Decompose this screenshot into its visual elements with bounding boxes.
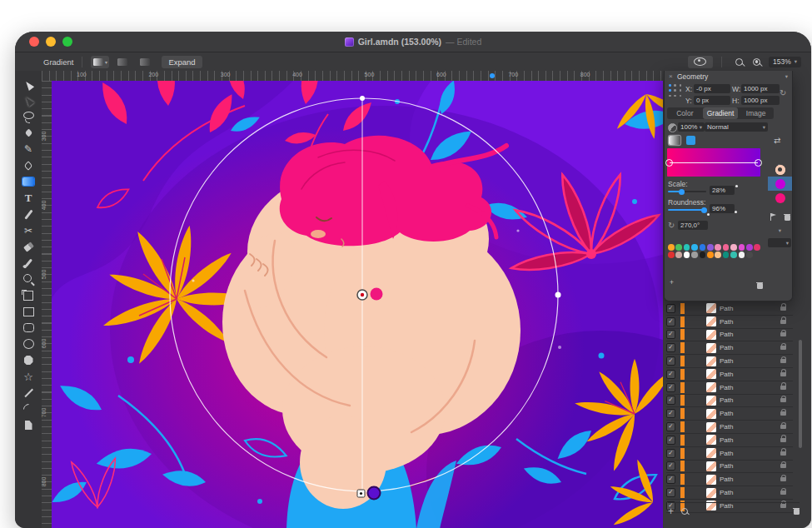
lock-icon[interactable] (780, 306, 786, 311)
link-dimensions-icon[interactable]: ↻ (780, 88, 786, 97)
swap-fill-stroke-icon[interactable]: ⇄ (774, 136, 780, 145)
gradient-stop-item[interactable] (768, 191, 792, 205)
lock-icon[interactable] (780, 372, 786, 376)
layer-row[interactable]: Path (666, 395, 793, 408)
search-layers-icon[interactable] (681, 508, 688, 515)
angle-gradient-button[interactable] (136, 56, 154, 68)
anchor-point-selector[interactable] (669, 84, 682, 97)
layer-visibility-checkbox[interactable] (666, 330, 675, 339)
radial-gradient-button[interactable] (113, 56, 132, 68)
gradient-editor[interactable] (667, 148, 760, 177)
eraser-tool[interactable] (18, 239, 38, 254)
close-panel-button[interactable]: × (669, 72, 673, 80)
color-swatch[interactable] (739, 244, 745, 251)
blend-mode-select[interactable]: Normal ▾ (705, 122, 768, 132)
lock-icon[interactable] (780, 438, 786, 442)
traffic-light-button[interactable] (62, 37, 72, 47)
stroke-swatch[interactable] (686, 136, 695, 145)
lock-icon[interactable] (780, 332, 786, 336)
artboard-tool[interactable] (18, 418, 38, 433)
zoom-in-button[interactable] (753, 58, 760, 66)
color-swatch[interactable] (715, 244, 721, 251)
layer-visibility-checkbox[interactable] (666, 422, 675, 431)
expand-button[interactable]: Expand (162, 56, 202, 68)
eyedropper-tool[interactable] (18, 256, 38, 271)
color-swatch[interactable] (746, 244, 753, 251)
add-layer-button[interactable]: + (668, 506, 674, 516)
layer-row[interactable]: Path (666, 368, 793, 381)
h-input[interactable]: 1000 px (741, 96, 780, 105)
layer-visibility-checkbox[interactable] (666, 488, 675, 497)
brush-tool[interactable] (18, 207, 38, 222)
color-swatch[interactable] (707, 244, 714, 251)
layer-row[interactable]: Path (666, 421, 793, 434)
linear-gradient-button[interactable]: ▾ (91, 56, 109, 68)
lock-icon[interactable] (780, 464, 786, 468)
color-swatch[interactable] (723, 252, 730, 258)
lock-icon[interactable] (780, 491, 786, 495)
layer-visibility-checkbox[interactable] (666, 449, 675, 458)
scale-input[interactable]: 28% (710, 186, 735, 195)
reverse-gradient-icon[interactable] (770, 213, 777, 221)
layer-visibility-checkbox[interactable] (666, 396, 675, 405)
lock-icon[interactable] (780, 320, 786, 324)
stop-options-select[interactable]: ▾ (768, 238, 791, 247)
color-swatch[interactable] (668, 244, 675, 251)
color-swatch[interactable] (668, 252, 675, 258)
delete-swatch-button[interactable] (756, 281, 763, 289)
roundness-input[interactable]: 96% (710, 204, 735, 213)
pencil-tool[interactable] (18, 142, 38, 157)
gradient-stop-handle-end[interactable] (755, 159, 762, 167)
arc-tool[interactable] (18, 401, 38, 416)
fill-swatch[interactable] (669, 136, 680, 145)
layer-visibility-checkbox[interactable] (666, 409, 675, 418)
scale-slider[interactable] (668, 191, 706, 192)
layer-visibility-checkbox[interactable] (666, 304, 675, 313)
lock-icon[interactable] (780, 386, 786, 390)
color-swatch[interactable] (691, 252, 698, 258)
layer-visibility-checkbox[interactable] (666, 475, 675, 484)
layer-row[interactable]: Path (666, 473, 793, 486)
layer-row[interactable]: Path (666, 316, 793, 329)
layer-visibility-checkbox[interactable] (666, 436, 675, 445)
layer-row[interactable]: Path (666, 341, 793, 355)
move-tool[interactable] (18, 77, 38, 92)
node-tool[interactable] (18, 93, 38, 108)
color-swatch[interactable] (707, 252, 714, 258)
opacity-select[interactable]: 100% ▾ (678, 122, 705, 132)
color-swatch[interactable] (691, 244, 698, 251)
zoom-tool[interactable] (18, 271, 38, 286)
color-swatch[interactable] (739, 252, 745, 258)
layer-row[interactable]: Path (666, 381, 793, 395)
lock-icon[interactable] (780, 411, 786, 416)
crop-tool[interactable] (18, 288, 38, 303)
layer-visibility-checkbox[interactable] (666, 343, 675, 352)
zoom-out-button[interactable] (735, 58, 743, 66)
layer-visibility-checkbox[interactable] (666, 317, 675, 326)
knife-tool[interactable] (18, 158, 38, 173)
rectangle-tool[interactable] (18, 304, 38, 319)
layer-row[interactable]: Path (666, 407, 793, 421)
layer-row[interactable]: Path (666, 447, 793, 461)
layer-visibility-checkbox[interactable] (666, 356, 675, 366)
layer-visibility-checkbox[interactable] (666, 461, 675, 471)
rounded-rectangle-tool[interactable] (18, 321, 38, 336)
text-tool[interactable] (18, 191, 38, 206)
star-tool[interactable] (18, 369, 38, 384)
roundness-slider[interactable] (668, 209, 706, 211)
layer-row[interactable]: Path (666, 461, 793, 474)
gradient-stop-item[interactable] (768, 162, 792, 177)
appearance-tab[interactable]: Image (738, 107, 774, 119)
layer-row[interactable]: Path (666, 302, 793, 316)
color-swatch[interactable] (730, 244, 737, 251)
layer-visibility-checkbox[interactable] (666, 383, 675, 392)
color-swatch[interactable] (700, 244, 706, 251)
color-swatch[interactable] (715, 252, 721, 258)
layer-row[interactable]: Path (666, 355, 793, 368)
zoom-level-select[interactable]: 153% ▾ (769, 57, 801, 67)
layer-visibility-checkbox[interactable] (666, 370, 675, 379)
angle-input[interactable]: 270,0° (678, 221, 708, 230)
gradient-stop-item[interactable] (768, 177, 792, 191)
delete-stop-button[interactable] (784, 213, 790, 221)
lock-icon[interactable] (780, 425, 786, 429)
